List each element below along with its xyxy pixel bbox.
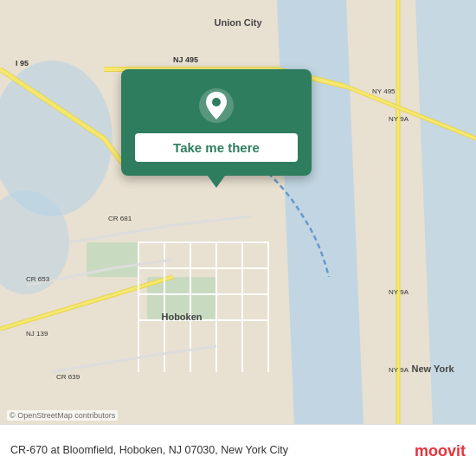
svg-text:NJ 495: NJ 495	[173, 55, 198, 64]
svg-text:NJ 139: NJ 139	[26, 330, 48, 338]
svg-text:Hoboken: Hoboken	[161, 312, 202, 322]
svg-text:NY 9A: NY 9A	[389, 115, 409, 123]
svg-point-32	[212, 98, 221, 106]
map-container: I 95 NJ 495 CR 5 CR 681 CR 653 NJ 139 CR…	[0, 0, 476, 424]
footer-bar: CR-670 at Bloomfield, Hoboken, NJ 07030,…	[0, 424, 476, 476]
svg-text:I 95: I 95	[16, 59, 29, 68]
moovit-brand-text: moovit	[415, 443, 466, 459]
svg-text:CR 681: CR 681	[108, 215, 132, 222]
svg-text:CR 639: CR 639	[56, 373, 80, 381]
svg-text:NY 495: NY 495	[372, 87, 396, 95]
location-pin-icon	[197, 87, 235, 125]
take-me-there-button[interactable]: Take me there	[135, 133, 298, 162]
svg-text:NY 9A: NY 9A	[389, 288, 409, 296]
svg-text:Union City: Union City	[215, 17, 263, 28]
svg-text:CR 653: CR 653	[26, 275, 50, 283]
address-text: CR-670 at Bloomfield, Hoboken, NJ 07030,…	[10, 443, 408, 459]
map-popup: Take me there	[121, 69, 312, 176]
moovit-logo: moovit	[415, 443, 466, 459]
svg-text:New York: New York	[411, 363, 454, 374]
osm-attribution: © OpenStreetMap contributors	[7, 410, 118, 421]
svg-text:NY 9A: NY 9A	[389, 366, 409, 374]
